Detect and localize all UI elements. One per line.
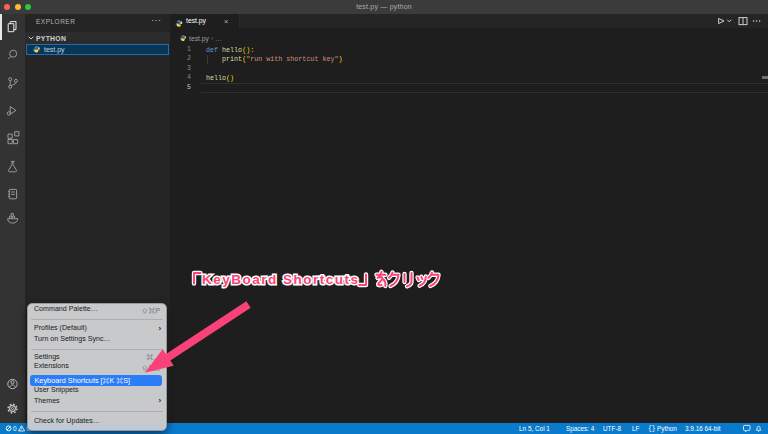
svg-text:KeyBoard Shortcuts: KeyBoard Shortcuts	[202, 272, 360, 287]
